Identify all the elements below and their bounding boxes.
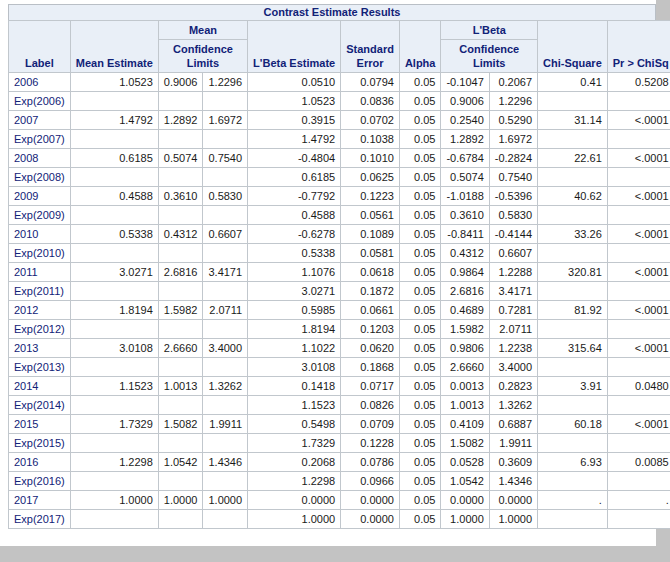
data-cell: 60.18 [538, 415, 608, 434]
row-label: 2007 [9, 111, 71, 130]
row-label: Exp(2015) [9, 434, 71, 453]
data-cell: 0.0709 [341, 415, 400, 434]
row-label: 2017 [9, 491, 71, 510]
data-cell: <.0001 [607, 225, 670, 244]
data-cell: 0.3610 [441, 206, 489, 225]
data-cell: 0.1872 [341, 282, 400, 301]
table-row: 20133.01082.66603.40001.10220.06200.050.… [9, 339, 670, 358]
data-cell: 0.41 [538, 73, 608, 92]
data-cell [203, 396, 248, 415]
data-cell: 0.5338 [70, 225, 158, 244]
data-cell: <.0001 [607, 339, 670, 358]
data-cell: 0.0661 [341, 301, 400, 320]
data-cell [158, 244, 203, 263]
data-cell: -0.6784 [441, 149, 489, 168]
data-cell: 0.3915 [248, 111, 341, 130]
data-cell: 2.6660 [158, 339, 203, 358]
table-row: Exp(2012)1.81940.12030.051.59822.0711 [9, 320, 670, 339]
data-cell: 0.6607 [203, 225, 248, 244]
data-cell: 0.5830 [489, 206, 537, 225]
results-viewer-content: Contrast Estimate Results Label Mean Est… [0, 0, 656, 546]
row-label: Exp(2014) [9, 396, 71, 415]
data-cell: 0.0618 [341, 263, 400, 282]
results-tbody: 20061.05230.90061.22960.05100.07940.05-0… [9, 73, 670, 529]
data-cell: 0.05 [399, 472, 441, 491]
data-cell: <.0001 [607, 149, 670, 168]
data-cell [538, 510, 608, 529]
column-header-chi-square: Chi-Square [538, 21, 608, 73]
data-cell: 1.2296 [489, 92, 537, 111]
data-cell: <.0001 [607, 263, 670, 282]
data-cell: 1.0000 [248, 510, 341, 529]
data-cell: 0.1868 [341, 358, 400, 377]
data-cell: 0.05 [399, 111, 441, 130]
data-cell [158, 320, 203, 339]
table-row: Exp(2013)3.01080.18680.052.66603.4000 [9, 358, 670, 377]
data-cell: . [607, 491, 670, 510]
table-row: Exp(2008)0.61850.06250.050.50740.7540 [9, 168, 670, 187]
data-cell: 0.1010 [341, 149, 400, 168]
row-label: 2015 [9, 415, 71, 434]
data-cell [538, 396, 608, 415]
table-row: Exp(2010)0.53380.05810.050.43120.6607 [9, 244, 670, 263]
data-cell [203, 244, 248, 263]
data-cell: 0.0625 [341, 168, 400, 187]
data-cell [203, 206, 248, 225]
column-header-alpha: Alpha [399, 21, 441, 73]
data-cell: <.0001 [607, 415, 670, 434]
data-cell: 0.05 [399, 282, 441, 301]
data-cell: 3.4000 [203, 339, 248, 358]
data-cell [538, 282, 608, 301]
data-cell [538, 472, 608, 491]
data-cell: 0.7540 [203, 149, 248, 168]
row-label: Exp(2011) [9, 282, 71, 301]
data-cell: 1.0000 [203, 491, 248, 510]
data-cell [607, 244, 670, 263]
data-cell: 0.6887 [489, 415, 537, 434]
row-label: 2012 [9, 301, 71, 320]
data-cell: 31.14 [538, 111, 608, 130]
data-cell [607, 130, 670, 149]
data-cell: -0.6278 [248, 225, 341, 244]
data-cell: 1.0542 [158, 453, 203, 472]
data-cell: 0.9806 [441, 339, 489, 358]
data-cell: 0.05 [399, 263, 441, 282]
data-cell [70, 472, 158, 491]
data-cell: 0.5290 [489, 111, 537, 130]
data-cell: 2.6816 [441, 282, 489, 301]
data-cell [203, 358, 248, 377]
data-cell: 0.5074 [441, 168, 489, 187]
data-cell: 0.05 [399, 320, 441, 339]
data-cell: 0.1228 [341, 434, 400, 453]
data-cell: 1.4346 [489, 472, 537, 491]
data-cell [203, 92, 248, 111]
data-cell: 0.0000 [248, 491, 341, 510]
data-cell [70, 320, 158, 339]
column-header-label: Label [9, 21, 71, 73]
data-cell: -0.7792 [248, 187, 341, 206]
row-label: 2006 [9, 73, 71, 92]
data-cell: 1.1523 [70, 377, 158, 396]
data-cell: 40.62 [538, 187, 608, 206]
data-cell: 0.0480 [607, 377, 670, 396]
data-cell: 1.7329 [248, 434, 341, 453]
data-cell: 1.2238 [489, 339, 537, 358]
table-row: Exp(2006)1.05230.08360.050.90061.2296 [9, 92, 670, 111]
data-cell: 0.5074 [158, 149, 203, 168]
data-cell [203, 510, 248, 529]
data-cell: 3.0271 [70, 263, 158, 282]
data-cell [70, 244, 158, 263]
row-label: Exp(2008) [9, 168, 71, 187]
data-cell: 0.05 [399, 339, 441, 358]
data-cell: -0.1047 [441, 73, 489, 92]
data-cell: 1.7329 [70, 415, 158, 434]
data-cell: 1.6972 [489, 130, 537, 149]
data-cell: 0.0000 [489, 491, 537, 510]
data-cell: 0.9006 [158, 73, 203, 92]
table-row: Exp(2009)0.45880.05610.050.36100.5830 [9, 206, 670, 225]
data-cell: 0.05 [399, 168, 441, 187]
data-cell: 0.0826 [341, 396, 400, 415]
data-cell: 0.05 [399, 130, 441, 149]
column-header-standard-error: Standard Error [341, 21, 400, 73]
data-cell: 2.0711 [203, 301, 248, 320]
